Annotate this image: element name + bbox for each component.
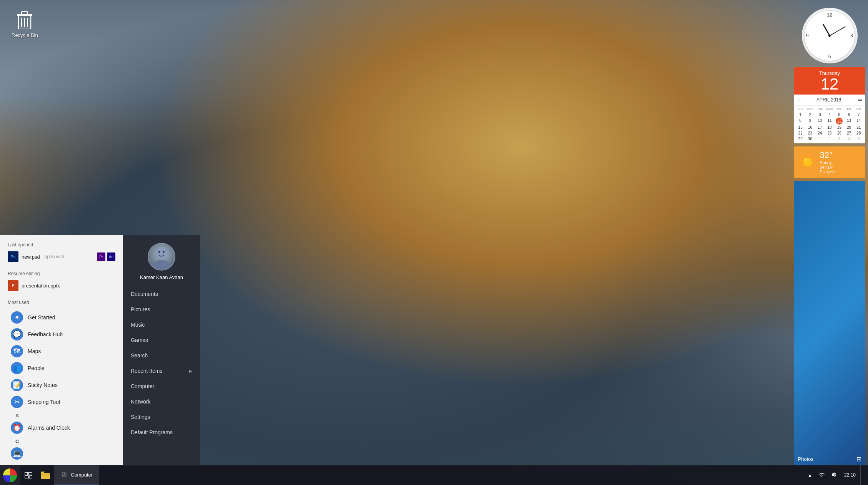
cal-day[interactable]: 7 [854, 112, 863, 118]
app-get-started[interactable]: ✦ Get Started [8, 309, 115, 326]
nav-recent-items[interactable]: Recent Items ▶ [123, 363, 200, 379]
cal-day[interactable]: 9 [805, 118, 815, 125]
windows-orb-icon [3, 468, 17, 482]
resume-editing-title: Resume editing [8, 271, 115, 276]
cal-day[interactable]: 15 [796, 125, 805, 130]
cal-day[interactable]: 17 [815, 125, 825, 130]
calendar-prev-button[interactable]: ≡ [797, 97, 800, 103]
premiere-icon[interactable]: Pr [97, 252, 105, 261]
cal-day[interactable]: 10 [815, 118, 825, 125]
cal-day[interactable]: 3 [835, 136, 844, 142]
cal-day[interactable]: 19 [835, 125, 844, 130]
weather-range: 34°/14° [820, 165, 837, 169]
user-avatar[interactable] [148, 243, 175, 271]
photos-expand-icon[interactable]: ⊞ [856, 455, 861, 463]
cal-day-today[interactable]: 12 [836, 118, 843, 125]
app-maps[interactable]: 🗺 Maps [8, 343, 115, 360]
weather-widget[interactable]: ☀️ 32° Sunny 34°/14° Eskişehir [794, 146, 865, 178]
resume-file-row[interactable]: P presentation.pptx [8, 280, 115, 291]
app-people[interactable]: 👥 People [8, 360, 115, 377]
nav-documents[interactable]: Documents [123, 286, 200, 302]
volume-icon[interactable] [829, 470, 840, 480]
cal-day[interactable]: 8 [796, 118, 805, 125]
photos-widget[interactable]: Photos ⊞ [794, 181, 865, 465]
nav-search[interactable]: Search [123, 348, 200, 363]
show-desktop-button[interactable] [860, 465, 863, 485]
after-effects-icon[interactable]: Ae [107, 252, 115, 261]
svg-point-8 [158, 251, 160, 253]
nav-settings[interactable]: Settings [123, 409, 200, 425]
cal-day[interactable]: 1 [815, 136, 825, 142]
cal-day[interactable]: 26 [835, 130, 844, 136]
cal-day[interactable]: 5 [854, 136, 863, 142]
cal-day[interactable]: 22 [796, 130, 805, 136]
svg-rect-11 [28, 472, 32, 475]
show-hidden-icons-button[interactable]: ▲ [805, 471, 815, 480]
start-button[interactable] [0, 465, 20, 485]
cal-day[interactable]: 28 [854, 130, 863, 136]
feedback-hub-icon: 💬 [11, 328, 23, 340]
svg-point-7 [153, 260, 170, 270]
calendar-header: Thursday 12 [794, 67, 865, 95]
powerpoint-icon: P [8, 280, 18, 291]
cal-day[interactable]: 23 [805, 130, 815, 136]
calendar-next-button[interactable]: ⇌ [858, 97, 862, 103]
cal-day[interactable]: 16 [805, 125, 815, 130]
app-label: Sticky Notes [28, 382, 58, 388]
clock-9: 9 [806, 33, 809, 38]
svg-point-9 [163, 251, 165, 253]
clock-center-dot [828, 35, 831, 37]
alarms-clock-icon: ⏰ [11, 422, 23, 434]
file-explorer-button[interactable] [37, 465, 54, 485]
nav-music[interactable]: Music [123, 317, 200, 332]
cal-day[interactable]: 6 [844, 112, 854, 118]
cal-day[interactable]: 5 [835, 112, 844, 118]
open-with-icons: Pr Ae [97, 252, 115, 261]
last-opened-file-row[interactable]: Ps new.psd open with Pr Ae [8, 251, 115, 262]
wifi-icon[interactable] [816, 470, 827, 480]
clock-widget[interactable]: 12 3 6 9 [802, 8, 858, 63]
cal-day[interactable]: 27 [844, 130, 854, 136]
cal-day[interactable]: 4 [844, 136, 854, 142]
nav-games[interactable]: Games [123, 332, 200, 348]
cal-day[interactable]: 2 [805, 112, 815, 118]
app-sticky-notes[interactable]: 📝 Sticky Notes [8, 377, 115, 394]
cal-day[interactable]: 4 [825, 112, 834, 118]
computer-app-icon: 💻 [11, 447, 23, 460]
app-feedback-hub[interactable]: 💬 Feedback Hub [8, 326, 115, 343]
app-computer-placeholder[interactable]: 💻 [8, 445, 115, 462]
cal-day[interactable]: 25 [825, 130, 834, 136]
cal-day[interactable]: 29 [796, 136, 805, 142]
nav-computer[interactable]: Computer [123, 379, 200, 394]
cal-day[interactable]: 24 [815, 130, 825, 136]
nav-default-programs[interactable]: Default Programs [123, 425, 200, 440]
cal-day[interactable]: 2 [825, 136, 834, 142]
open-with-text: open with [45, 254, 64, 259]
cal-day[interactable]: 14 [854, 118, 863, 125]
taskbar: 🖥 Computer ▲ 22:10 [0, 465, 868, 485]
calendar-widget[interactable]: Thursday 12 ≡ APRIL 2018 ⇌ Sun Mon Tue W… [794, 67, 865, 143]
app-alarms-clock[interactable]: ⏰ Alarms and Clock [8, 419, 115, 436]
cal-day[interactable]: 11 [825, 118, 834, 125]
cal-day[interactable]: 20 [844, 125, 854, 130]
system-tray: ▲ 22:10 [800, 465, 868, 485]
nav-pictures[interactable]: Pictures [123, 302, 200, 317]
task-view-button[interactable] [20, 465, 37, 485]
recycle-bin-icon[interactable]: Recycle Bin [12, 8, 38, 38]
nav-label: Network [131, 399, 150, 405]
app-label: Feedback Hub [28, 331, 63, 337]
cal-day[interactable]: 3 [815, 112, 825, 118]
svg-rect-12 [25, 476, 28, 478]
cal-day[interactable]: 18 [825, 125, 834, 130]
cal-day[interactable]: 1 [796, 112, 805, 118]
nav-label: Computer [131, 383, 154, 389]
nav-network[interactable]: Network [123, 394, 200, 409]
system-clock-display[interactable]: 22:10 [841, 472, 859, 478]
cal-day[interactable]: 30 [805, 136, 815, 142]
computer-taskbar-item[interactable]: 🖥 Computer [54, 465, 99, 485]
get-started-icon: ✦ [11, 311, 23, 324]
cal-day[interactable]: 13 [844, 118, 854, 125]
cal-day[interactable]: 21 [854, 125, 863, 130]
clock-minute-hand [830, 26, 846, 36]
app-snipping-tool[interactable]: ✂ Snipping Tool [8, 394, 115, 410]
